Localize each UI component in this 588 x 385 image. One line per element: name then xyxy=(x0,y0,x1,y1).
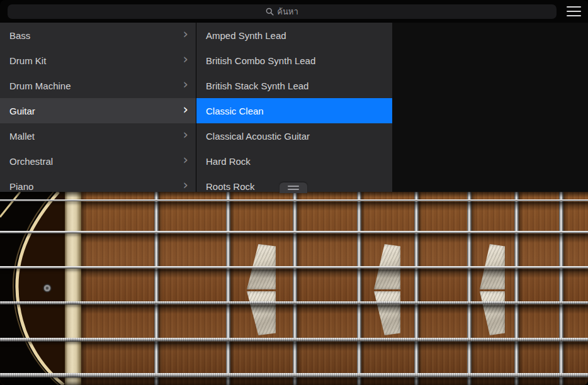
chevron-right-icon: › xyxy=(183,78,188,91)
category-item-drum-kit[interactable]: Drum Kit › xyxy=(0,48,196,73)
category-label: Drum Machine xyxy=(9,81,71,91)
guitar-string-3[interactable] xyxy=(0,266,588,269)
category-label: Guitar xyxy=(9,106,35,116)
category-item-piano[interactable]: Piano › xyxy=(0,174,196,192)
sound-item-classic-clean[interactable]: Classic Clean xyxy=(196,98,392,123)
sound-label: Classic Clean xyxy=(206,106,264,116)
chevron-right-icon: › xyxy=(183,28,188,41)
sound-label: Roots Rock xyxy=(206,181,255,192)
string-shadow-2 xyxy=(0,234,588,243)
fret-5 xyxy=(414,192,419,385)
strap-button-icon xyxy=(43,284,51,292)
category-label: Bass xyxy=(9,30,30,41)
drag-handle[interactable] xyxy=(280,182,307,193)
guitar-string-5[interactable] xyxy=(0,338,588,342)
category-item-orchestral[interactable]: Orchestral › xyxy=(0,148,196,174)
guitar-nut xyxy=(65,192,81,385)
category-list: Bass › Drum Kit › Drum Machine › Guitar … xyxy=(0,23,196,192)
fret-1 xyxy=(154,192,159,385)
chevron-right-icon: › xyxy=(183,103,188,116)
fret-2 xyxy=(226,192,230,385)
fret-7 xyxy=(514,192,519,385)
category-item-drum-machine[interactable]: Drum Machine › xyxy=(0,73,196,98)
guitar-string-1[interactable] xyxy=(0,199,588,201)
category-item-mallet[interactable]: Mallet › xyxy=(0,123,196,148)
sound-label: Classical Acoustic Guitar xyxy=(206,131,310,142)
chevron-right-icon: › xyxy=(183,179,188,192)
sound-label: British Combo Synth Lead xyxy=(206,55,315,66)
sound-item-british-stack-synth-lead[interactable]: British Stack Synth Lead xyxy=(196,73,392,98)
sound-list: Amped Synth Lead British Combo Synth Lea… xyxy=(196,23,392,192)
sound-item-amped-synth-lead[interactable]: Amped Synth Lead xyxy=(196,23,392,48)
guitar-string-2[interactable] xyxy=(0,231,588,233)
fretboard[interactable] xyxy=(0,192,588,385)
dimmed-background xyxy=(392,23,588,192)
string-shadow-6 xyxy=(0,378,588,385)
fret-8 xyxy=(559,192,563,385)
guitar-body xyxy=(0,192,65,385)
guitar-string-6[interactable] xyxy=(0,373,588,377)
category-label: Orchestral xyxy=(9,156,53,167)
category-label: Piano xyxy=(9,181,33,192)
sound-label: Amped Synth Lead xyxy=(206,30,286,41)
fret-4 xyxy=(357,192,361,385)
search-icon xyxy=(266,8,274,16)
fret-3 xyxy=(293,192,297,385)
chevron-right-icon: › xyxy=(183,53,188,66)
search-placeholder: ค้นหา xyxy=(277,8,298,16)
chevron-right-icon: › xyxy=(183,128,188,142)
sound-item-british-combo-synth-lead[interactable]: British Combo Synth Lead xyxy=(196,48,392,73)
search-field[interactable]: ค้นหา xyxy=(8,4,557,19)
string-shadow-1 xyxy=(0,202,588,211)
top-bar: ค้นหา xyxy=(0,0,588,23)
sound-item-hard-rock[interactable]: Hard Rock xyxy=(196,148,392,174)
string-shadow-3 xyxy=(0,269,588,278)
category-label: Mallet xyxy=(9,131,35,142)
string-shadow-4 xyxy=(0,305,588,314)
fret-6 xyxy=(467,192,472,385)
hamburger-menu-icon[interactable] xyxy=(567,6,581,16)
sound-label: Hard Rock xyxy=(206,156,251,167)
chevron-right-icon: › xyxy=(183,153,188,167)
string-shadow-5 xyxy=(0,342,588,351)
app-window: ค้นหา Bass › Drum Kit › Drum Machine › G… xyxy=(0,0,588,385)
category-item-guitar[interactable]: Guitar › xyxy=(0,98,196,123)
category-item-bass[interactable]: Bass › xyxy=(0,23,196,48)
guitar-body-graphic xyxy=(0,192,65,385)
category-label: Drum Kit xyxy=(9,55,46,66)
guitar-string-4[interactable] xyxy=(0,301,588,304)
sound-item-classical-acoustic-guitar[interactable]: Classical Acoustic Guitar xyxy=(196,123,392,148)
sound-label: British Stack Synth Lead xyxy=(206,81,308,91)
sound-browser: Bass › Drum Kit › Drum Machine › Guitar … xyxy=(0,23,392,192)
